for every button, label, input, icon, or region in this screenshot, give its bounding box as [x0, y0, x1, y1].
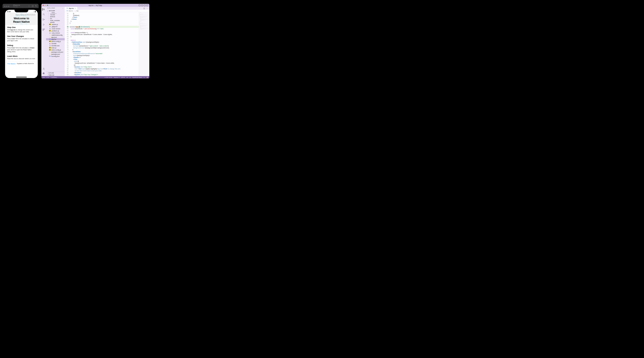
svg-marker-10: [43, 24, 44, 26]
eol[interactable]: LF: [126, 77, 128, 78]
code-editor[interactable]: 51 52 53 54 55 56 57 58 59 60 61 62 63 6…: [65, 12, 149, 76]
file-.prettierrc.js[interactable]: JS.prettierrc.js: [46, 30, 65, 32]
section-debug: Debug Press Cmd + D in the simulator or …: [5, 43, 38, 54]
screenshot-icon[interactable]: ◫: [32, 5, 34, 7]
svg-line-6: [44, 15, 45, 16]
hero-section: Engine: Hermes for RN 0.71.0-rc.5 Welcom…: [5, 12, 38, 25]
typescript-icon: TS: [66, 8, 68, 9]
home-icon[interactable]: ⌂: [28, 5, 30, 7]
svg-point-14: [43, 68, 44, 69]
basics-row[interactable]: The Basics Explains a Hello World for: [5, 62, 38, 66]
settings-badge: 1: [43, 72, 44, 74]
file-package-lock.json[interactable]: {}package-lock.json: [46, 51, 65, 53]
breadcrumb[interactable]: TS App.tsx › ⬡ App: [65, 10, 149, 12]
source-control-icon[interactable]: [42, 18, 45, 21]
timeline-section[interactable]: ›TIMELINE: [46, 74, 65, 76]
sidebar: EXPLORER ⋯ ⌄ MY71APP ›__tests__›.bundle›…: [46, 7, 65, 76]
account-icon[interactable]: [42, 68, 45, 70]
vim-mode: -- NORMAL --: [50, 77, 58, 78]
folder-vendor[interactable]: ›vendor: [46, 22, 65, 23]
svg-rect-12: [44, 29, 45, 30]
typescript-icon: TS: [66, 10, 68, 12]
file-index.js[interactable]: JSindex.js: [46, 47, 65, 49]
more-icon[interactable]: ⋯: [146, 8, 148, 9]
activity-bar: 1: [41, 7, 46, 76]
language-mode[interactable]: TypeScript React: [132, 77, 142, 78]
phone-time: 2:14: [7, 10, 10, 12]
chevron-down-icon: ⌄: [47, 10, 48, 12]
editor-area: TS App.tsx × ◫ ⋯ TS App.tsx › ⬡ App 51 5…: [65, 7, 149, 76]
brackets-icon[interactable]: {}: [130, 77, 130, 78]
file-.node-version[interactable]: ⚙.node-version: [46, 28, 65, 30]
tab-app-tsx[interactable]: TS App.tsx ×: [65, 7, 78, 10]
folder-android[interactable]: ›android: [46, 16, 65, 18]
more-icon[interactable]: ⋯: [62, 8, 64, 9]
section-step-one: Step One Edit App.tsx to change this scr…: [5, 25, 38, 34]
cursor-position[interactable]: Ln 58, Col 15: [104, 77, 112, 78]
layout-right-icon[interactable]: [144, 4, 146, 6]
file-.gitignore[interactable]: ⚙.gitignore: [46, 26, 65, 28]
minimize-icon[interactable]: [45, 5, 46, 6]
sim-device: iPhone 14: [13, 4, 20, 6]
file-package.json[interactable]: {}package.json: [46, 53, 65, 55]
folder-__tests__[interactable]: ›__tests__: [46, 12, 65, 14]
maximize-icon[interactable]: [47, 5, 48, 6]
svg-rect-13: [43, 30, 44, 31]
debug-icon[interactable]: [42, 23, 45, 26]
sim-os: iOS 16.1: [13, 6, 20, 8]
window-title: App.tsx — My71App: [89, 5, 102, 6]
file-.eslintrc.js[interactable]: JS.eslintrc.js: [46, 23, 65, 26]
file-App.tsx[interactable]: TSApp.tsx: [46, 38, 65, 40]
project-header[interactable]: ⌄ MY71APP: [46, 10, 65, 12]
errors-count[interactable]: ⊘ 0: [43, 76, 45, 78]
close-icon[interactable]: [43, 5, 44, 6]
settings-icon[interactable]: 1: [42, 72, 45, 75]
engine-label: Engine: Hermes for RN 0.71.0-rc.5: [7, 14, 36, 16]
file-babel.config.js[interactable]: JSbabel.config.js: [46, 40, 65, 42]
bell-icon[interactable]: 🔔: [146, 76, 148, 78]
rotate-icon[interactable]: ↻: [35, 5, 37, 7]
file-Gemfile.lock[interactable]: ⚙Gemfile.lock: [46, 44, 65, 47]
vscode-window: App.tsx — My71App 1 EXPLORER ⋯: [41, 4, 149, 78]
explorer-icon[interactable]: [42, 8, 45, 10]
folder-ios[interactable]: ›ios: [46, 18, 65, 20]
code-content[interactable]: }} {children} </Text> </View> ); } funct…: [70, 12, 139, 76]
iphone-simulator: 2:14 􀙇 ▮ Engine: Hermes for RN 0.71.0-rc…: [4, 9, 38, 79]
encoding[interactable]: UTF-8: [121, 77, 125, 78]
file-tsconfig.json[interactable]: TStsconfig.json: [46, 55, 65, 57]
svg-point-7: [43, 19, 44, 19]
wifi-icon: 􀙇: [34, 10, 34, 12]
battery-icon: ▮: [35, 10, 36, 12]
minimap[interactable]: }} {children} </Text> </View> ); } funct…: [139, 12, 149, 76]
svg-point-9: [44, 19, 45, 20]
folder-node_modules[interactable]: ›node_modules: [46, 20, 65, 22]
section-see-changes: See Your Changes Press Cmd + R in the si…: [5, 34, 38, 43]
layout-left-icon[interactable]: [139, 4, 140, 6]
file-.watchmanconfig[interactable]: {}.watchmanconfig: [46, 34, 65, 36]
section-learn-more: Learn More Read the docs to discover wha…: [5, 54, 38, 61]
symbol-icon: ⬡: [75, 10, 76, 12]
indent-info[interactable]: Spaces: 2: [114, 77, 120, 78]
layout-bottom-icon[interactable]: [141, 4, 143, 6]
file-.ruby-version[interactable]: ⚙.ruby-version: [46, 32, 65, 34]
extensions-icon[interactable]: [42, 28, 45, 31]
svg-rect-11: [43, 29, 44, 30]
home-indicator[interactable]: [16, 77, 27, 78]
layout-custom-icon[interactable]: [146, 4, 148, 6]
file-metro.config.js[interactable]: JSmetro.config.js: [46, 49, 65, 51]
tab-bar: TS App.tsx × ◫ ⋯: [65, 7, 149, 10]
line-gutter: 51 52 53 54 55 56 57 58 59 60 61 62 63 6…: [65, 12, 70, 76]
folder-.bundle[interactable]: ›.bundle: [46, 14, 65, 16]
feedback-icon[interactable]: ☺: [144, 77, 145, 78]
file-Gemfile[interactable]: ◆Gemfile: [46, 42, 65, 44]
warnings-count[interactable]: ⚠ 0: [46, 76, 48, 78]
phone-notch: [15, 10, 28, 12]
explorer-label: EXPLORER: [47, 8, 55, 9]
search-icon[interactable]: [42, 13, 45, 16]
tab-close-icon[interactable]: ×: [75, 8, 76, 9]
file-app.json[interactable]: {}app.json: [46, 36, 65, 38]
split-editor-icon[interactable]: ◫: [144, 8, 145, 9]
vscode-titlebar[interactable]: App.tsx — My71App: [41, 4, 149, 7]
basics-link[interactable]: The Basics: [7, 63, 16, 65]
outline-section[interactable]: ›OUTLINE: [46, 72, 65, 74]
